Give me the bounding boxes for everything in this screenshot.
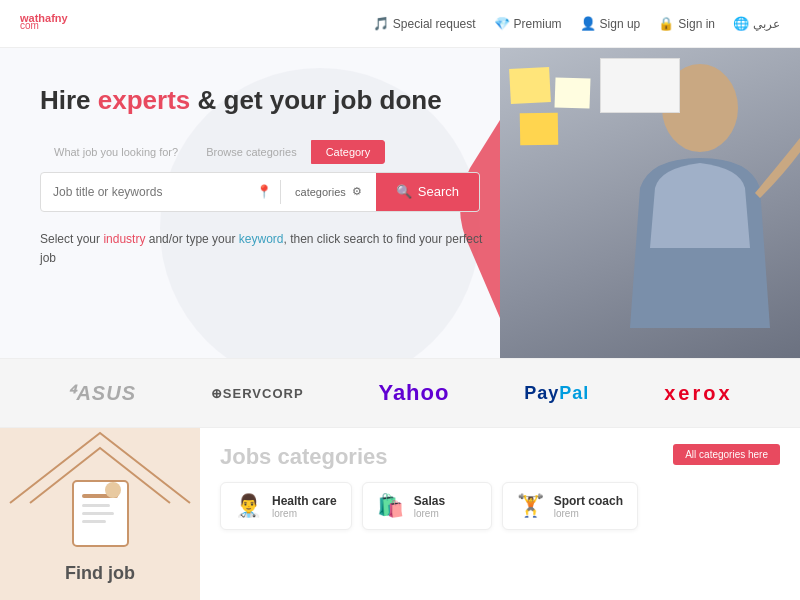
xerox-logo: xerox	[664, 382, 732, 405]
nav-links: 🎵 Special request 💎 Premium 👤 Sign up 🔒 …	[373, 16, 780, 31]
special-request-link[interactable]: 🎵 Special request	[373, 16, 476, 31]
category-card-sales: 🛍️ Salas lorem	[362, 482, 492, 530]
bottom-section: Find job Jobs categories All categories …	[0, 428, 800, 600]
hero-person-image	[500, 48, 800, 358]
sport-coach-name: Sport coach	[554, 494, 623, 508]
search-button[interactable]: 🔍 Search	[376, 172, 479, 212]
svg-rect-3	[82, 504, 110, 507]
category-card-health: 👨‍⚕️ Health care lorem	[220, 482, 352, 530]
sport-coach-sub: lorem	[554, 508, 623, 519]
svg-point-6	[105, 482, 121, 498]
categories-panel: Jobs categories All categories here 👨‍⚕️…	[200, 428, 800, 600]
health-care-sub: lorem	[272, 508, 337, 519]
sales-icon: 🛍️	[377, 493, 404, 519]
category-tab[interactable]: Category	[311, 140, 386, 164]
signin-link[interactable]: 🔒 Sign in	[658, 16, 715, 31]
location-icon[interactable]: 📍	[248, 184, 280, 199]
job-document-icon	[68, 476, 133, 555]
signup-link[interactable]: 👤 Sign up	[580, 16, 641, 31]
sales-name: Salas	[414, 494, 445, 508]
special-request-icon: 🎵	[373, 16, 389, 31]
hero-title: Hire experts & get your job done	[40, 84, 500, 118]
hero-content: Hire experts & get your job done What jo…	[40, 84, 500, 268]
filter-icon: ⚙	[352, 185, 362, 198]
premium-link[interactable]: 💎 Premium	[494, 16, 562, 31]
document-svg	[68, 476, 133, 551]
sales-sub: lorem	[414, 508, 445, 519]
search-bar: 📍 categories ⚙ 🔍 Search	[40, 172, 480, 212]
hero-section: Hire experts & get your job done What jo…	[0, 48, 800, 358]
brands-bar: ⁴ASUS ⊕SERVCORP Yahoo PayPal xerox	[0, 358, 800, 428]
all-categories-button[interactable]: All categories here	[673, 444, 780, 465]
asus-logo: ⁴ASUS	[67, 381, 136, 405]
health-care-info: Health care lorem	[272, 494, 337, 519]
search-magnifier-icon: 🔍	[396, 184, 412, 199]
categories-grid: 👨‍⚕️ Health care lorem 🛍️ Salas lorem 🏋️…	[220, 482, 780, 530]
health-care-name: Health care	[272, 494, 337, 508]
premium-icon: 💎	[494, 16, 510, 31]
category-dropdown[interactable]: categories ⚙	[281, 185, 376, 198]
search-input[interactable]	[41, 185, 248, 199]
svg-rect-4	[82, 512, 114, 515]
signup-icon: 👤	[580, 16, 596, 31]
sport-coach-icon: 🏋️	[517, 493, 544, 519]
hero-hint: Select your industry and/or type your ke…	[40, 230, 500, 268]
find-job-label: Find job	[65, 563, 135, 584]
search-tabs: What job you looking for? Browse categor…	[40, 140, 500, 164]
svg-rect-5	[82, 520, 106, 523]
sales-info: Salas lorem	[414, 494, 445, 519]
signin-icon: 🔒	[658, 16, 674, 31]
hero-image-area	[460, 48, 800, 358]
browse-categories-label: Browse categories	[192, 141, 311, 163]
logo: wathafny com	[20, 16, 68, 31]
arabic-link[interactable]: 🌐 عربي	[733, 16, 780, 31]
find-job-panel: Find job	[0, 428, 200, 600]
yahoo-logo: Yahoo	[378, 380, 449, 406]
sport-coach-info: Sport coach lorem	[554, 494, 623, 519]
health-care-icon: 👨‍⚕️	[235, 493, 262, 519]
navbar: wathafny com 🎵 Special request 💎 Premium…	[0, 0, 800, 48]
paypal-logo: PayPal	[524, 383, 589, 404]
what-job-label: What job you looking for?	[40, 141, 192, 163]
globe-icon: 🌐	[733, 16, 749, 31]
servcorp-logo: ⊕SERVCORP	[211, 386, 304, 401]
category-card-sport: 🏋️ Sport coach lorem	[502, 482, 638, 530]
